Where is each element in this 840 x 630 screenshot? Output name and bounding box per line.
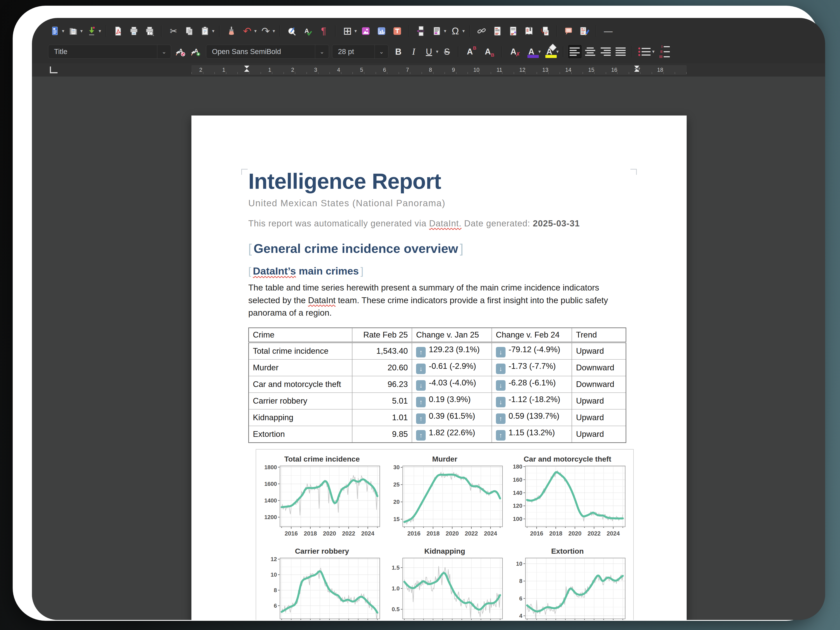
svg-text:2016: 2016 [284,530,298,537]
right-margin-marker[interactable] [634,66,639,72]
bullet-list-dropdown-icon[interactable]: ▾ [652,49,655,54]
cut-button[interactable]: ✂ [167,24,180,38]
insert-page-break-button[interactable] [414,24,428,38]
insert-field-dropdown-icon[interactable]: ▾ [444,28,446,34]
insert-table-dropdown-icon[interactable]: ▾ [354,28,357,34]
svg-text:120: 120 [513,502,522,509]
chevron-down-icon[interactable]: ⌄ [374,45,388,58]
svg-text:4: 4 [519,613,523,619]
export-pdf-button[interactable] [111,24,125,38]
align-center-button[interactable] [583,45,597,58]
find-replace-button[interactable] [285,24,299,38]
table-row: Total crime incidence1,543.40↑129.23 (9.… [249,343,626,359]
left-margin-marker[interactable] [244,66,249,72]
insert-table-button[interactable]: ⊞ [341,24,354,38]
insert-field-button[interactable] [430,24,444,38]
underline-dropdown-icon[interactable]: ▾ [436,49,438,54]
align-right-button[interactable] [599,45,612,58]
svg-text:6: 6 [274,602,277,609]
chart-title: Car and motorcycle theft [508,455,627,463]
insert-text-box-button[interactable] [390,24,404,38]
insert-hyperlink-button[interactable] [475,24,488,38]
paste-button[interactable] [198,24,212,38]
insert-cross-reference-icon [540,26,550,36]
table-cell: ↓-6.28 (-6.1%) [492,376,572,393]
print-button[interactable] [127,24,141,38]
clone-formatting-button[interactable] [225,24,238,38]
text-run: DataInt’s [253,265,296,277]
svg-text:2024: 2024 [484,530,497,537]
superscript-button[interactable]: AB [463,45,477,58]
copy-button[interactable] [182,24,196,38]
table-cell: Car and motorcycle theft [249,376,352,393]
underline-button[interactable]: U [422,45,436,58]
new-style-button[interactable]: A [189,45,203,58]
font-color-dropdown-icon[interactable]: ▾ [538,49,541,54]
print-preview-button[interactable] [143,24,156,38]
open-file-icon [68,26,78,36]
insert-bookmark-button[interactable] [522,24,536,38]
new-document-button[interactable] [48,24,62,38]
clear-formatting-button[interactable]: A✗ [507,45,520,58]
highlight-color-button[interactable]: A [543,45,556,58]
chart-canvas: 1520253020162018202020222024 [385,464,504,541]
toolbar-separator [563,46,564,57]
redo-dropdown-icon[interactable]: ▾ [273,28,275,34]
italic-button[interactable]: I [407,45,420,58]
strikethrough-button[interactable]: S [440,45,454,58]
insert-chart-button[interactable] [375,24,388,38]
paste-dropdown-icon[interactable]: ▾ [212,28,215,34]
horizontal-ruler[interactable]: 21123456789101112131415161718 [191,65,687,75]
table-cell: 1,543.40 [352,343,412,359]
insert-image-button[interactable] [359,24,373,38]
chevron-down-icon[interactable]: ⌄ [157,45,171,58]
update-style-button[interactable]: A [174,45,188,58]
chevron-down-icon[interactable]: ⌄ [315,45,329,58]
insert-cross-reference-button[interactable] [538,24,551,38]
formatting-marks-button[interactable]: ¶ [317,24,330,38]
bold-button[interactable]: B [392,45,405,58]
horizontal-line-button[interactable]: — [602,24,615,38]
bullet-list-button[interactable] [637,45,652,58]
svg-text:2022: 2022 [342,530,355,537]
insert-special-character-button[interactable]: Ω [448,24,462,38]
numbered-list-button[interactable]: IIIIII [656,45,671,58]
svg-text:2020: 2020 [445,530,459,537]
justify-button[interactable] [614,45,628,58]
insert-chart-icon [376,26,387,36]
paragraph-style-select[interactable]: Title ⌄ [48,45,171,58]
highlight-color-dropdown-icon[interactable]: ▾ [556,49,559,54]
insert-comment-button[interactable] [562,24,575,38]
undo-dropdown-icon[interactable]: ▾ [254,28,257,34]
subscript-button[interactable]: AB [481,45,494,58]
new-document-dropdown-icon[interactable]: ▾ [62,28,64,34]
open-file-button[interactable] [66,24,80,38]
align-right-icon [600,47,611,56]
spelling-button[interactable]: A [301,24,314,38]
ruler-number: 16 [611,67,617,73]
document-title: Intelligence Report [248,170,630,193]
table-cell: ↓-0.61 (-2.9%) [412,359,491,376]
undo-button[interactable]: ↶ [240,24,254,38]
track-changes-button[interactable] [578,24,591,38]
insert-footnote-button[interactable] [491,24,504,38]
document-page[interactable]: Intelligence Report United Mexican State… [191,115,687,620]
open-file-dropdown-icon[interactable]: ▾ [80,28,83,34]
insert-special-character-dropdown-icon[interactable]: ▾ [462,28,465,34]
column-header: Change v. Feb 24 [492,328,572,343]
font-color-icon: A [528,47,534,56]
ruler-number: 4 [337,67,340,73]
save-button[interactable] [85,24,98,38]
font-name-select[interactable]: Open Sans SemiBold ⌄ [206,45,329,58]
font-size-select[interactable]: 28 pt ⌄ [332,45,388,58]
align-left-button[interactable] [568,45,582,58]
redo-button[interactable]: ↷ [259,24,272,38]
save-dropdown-icon[interactable]: ▾ [99,28,101,34]
svg-text:15: 15 [393,516,399,523]
toolbar-separator [219,25,220,37]
insert-endnote-button[interactable] [507,24,520,38]
font-color-button[interactable]: A [524,45,538,58]
tab-stop-type-selector[interactable] [50,66,57,73]
down-arrow-icon: ↓ [496,347,505,357]
heading-1: General crime incidence overview [248,241,630,256]
